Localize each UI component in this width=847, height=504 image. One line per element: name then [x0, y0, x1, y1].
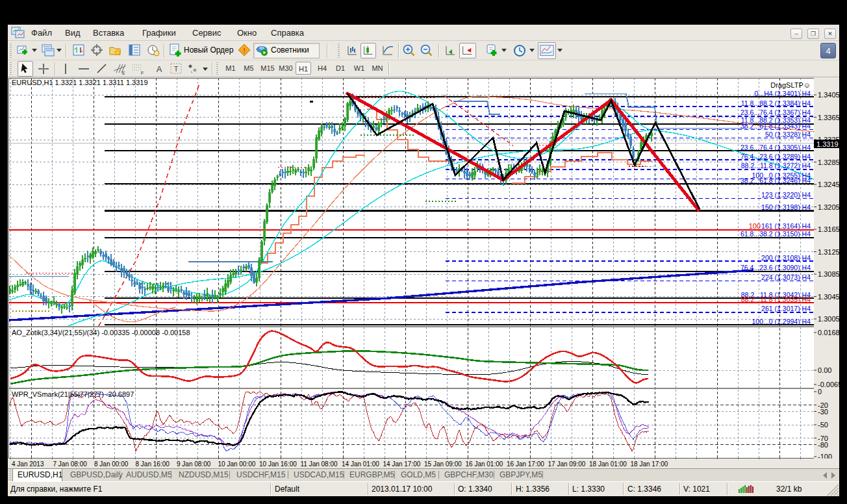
svg-text:161 (1.3164) H4: 161 (1.3164) H4 [761, 222, 811, 230]
svg-text:-50: -50 [818, 421, 828, 429]
svg-text:1.3205: 1.3205 [818, 203, 839, 211]
svg-text:0.00: 0.00 [818, 366, 831, 374]
svg-text:76.4...23.6 (1.3090) H4: 76.4...23.6 (1.3090) H4 [740, 264, 811, 271]
svg-text:EURUSD,H1 1.3321 1.3321 1.3311: EURUSD,H1 1.3321 1.3321 1.3311 1.3319 [12, 79, 148, 86]
svg-text:150 (1.3198) H4: 150 (1.3198) H4 [761, 203, 811, 211]
svg-text:88.2...11.8 (1.3272) H4: 88.2...11.8 (1.3272) H4 [741, 162, 811, 170]
svg-text:DragSLTP☺: DragSLTP☺ [770, 81, 811, 89]
svg-text:61.8...38.2 (1.3150) H4: 61.8...38.2 (1.3150) H4 [740, 230, 811, 238]
svg-text:-100: -100 [818, 453, 832, 459]
svg-text:261 (1.3017) H4: 261 (1.3017) H4 [761, 305, 811, 312]
svg-text:38.2...61.8 (1.3343) H4: 38.2...61.8 (1.3343) H4 [740, 122, 811, 130]
svg-text:23.6...76.4 (1.3367) H4: 23.6...76.4 (1.3367) H4 [740, 108, 811, 116]
svg-text:A: A [157, 64, 162, 74]
svg-text:F: F [141, 71, 144, 75]
svg-text:1.3125: 1.3125 [818, 248, 839, 256]
svg-text:-80: -80 [818, 441, 828, 449]
svg-text:1.3165: 1.3165 [818, 225, 839, 233]
svg-text:WPR_VSmark(21|55|77|277) -20.6: WPR_VSmark(21|55|77|277) -20.6897 [12, 390, 134, 398]
svg-text:!: ! [243, 47, 245, 55]
svg-text:123 (1.3220) H4: 123 (1.3220) H4 [761, 191, 811, 199]
svg-text:E: E [122, 71, 125, 75]
svg-text:23.6...76.4 (1.3305) H4: 23.6...76.4 (1.3305) H4 [740, 144, 811, 151]
svg-text:100: 100 [749, 222, 761, 230]
svg-text:88.2...11.8 (1.3035) H4: 88.2...11.8 (1.3035) H4 [741, 296, 811, 303]
svg-text:1.3045: 1.3045 [818, 293, 839, 301]
svg-text:1.3285: 1.3285 [818, 158, 839, 166]
svg-text:1.3365: 1.3365 [818, 114, 839, 121]
svg-text:38.2...61.8 (1.3246) H4: 38.2...61.8 (1.3246) H4 [740, 177, 811, 184]
svg-text:200 (1.3108) H4: 200 (1.3108) H4 [761, 254, 811, 262]
svg-text:1.3405: 1.3405 [818, 91, 839, 99]
svg-text:1.3245: 1.3245 [818, 181, 839, 188]
svg-text:11.8...88.2 (1.3384) H4: 11.8...88.2 (1.3384) H4 [741, 99, 811, 107]
svg-text:-30: -30 [818, 408, 828, 416]
svg-text:1.3319: 1.3319 [816, 140, 839, 148]
svg-text:0...H4 (1.3401) H4: 0...H4 (1.3401) H4 [755, 90, 811, 97]
svg-text:0.0168: 0.0168 [818, 329, 839, 336]
svg-text:1.3085: 1.3085 [818, 270, 839, 278]
svg-text:76.4...23.6 (1.3289) H4: 76.4...23.6 (1.3289) H4 [740, 153, 811, 160]
svg-text:50 (1.3328) H4: 50 (1.3328) H4 [765, 131, 811, 138]
svg-text:T: T [174, 65, 179, 73]
svg-text:0: 0 [818, 388, 822, 396]
svg-text:224 (1.3073) H4: 224 (1.3073) H4 [761, 273, 811, 281]
svg-text:AO_Zotik(3,34)/(21,55)/(34) -0: AO_Zotik(3,34)/(21,55)/(34) -0.00335 -0.… [12, 329, 190, 336]
svg-text:100...0 (1.2994) H4: 100...0 (1.2994) H4 [752, 318, 811, 325]
svg-text:1.3005: 1.3005 [818, 315, 839, 323]
